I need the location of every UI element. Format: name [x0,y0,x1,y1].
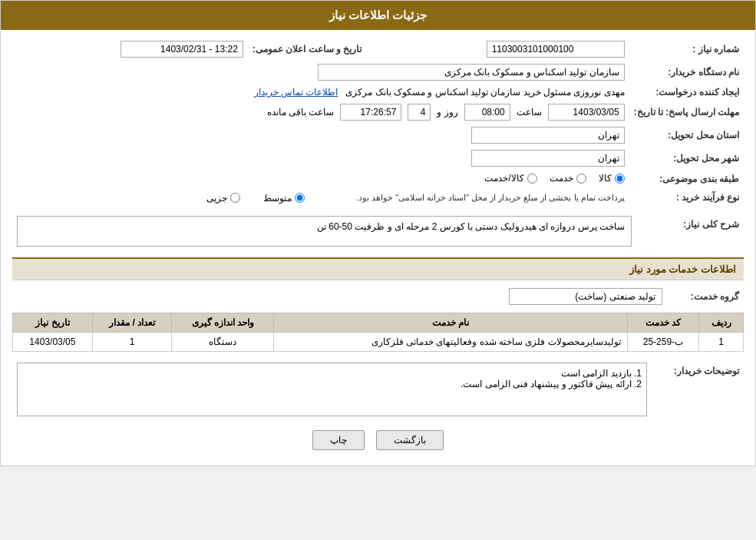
value-tozihat: 1. بازدید الزامی است 2. ارائه پیش فاکتور… [17,363,647,416]
label-ijadKonande: ایجاد کننده درخواست: [629,84,744,101]
tabaqe-radio-group: کالا خدمت کالا/خدمت [484,173,624,184]
label-namDastgah: نام دستگاه خریدار: [629,61,744,84]
row-ijadKonande: ایجاد کننده درخواست: مهدی نوروزی مسئول خ… [12,84,744,101]
value-ijadKonande: مهدی نوروزی مسئول خرید سازمان تولید اسکن… [345,87,624,98]
row-sharhKoli: شرح کلی نیاز: ساخت پرس دروازه ای هیدرولی… [12,213,744,250]
mohlatErsal-date: 1403/03/05 [548,104,625,121]
grohe-table: گروه خدمت: تولید صنعتی (ساخت) [12,285,744,308]
btn-chap[interactable]: چاپ [312,430,365,450]
radio-motevasset[interactable]: متوسط [263,193,305,204]
row-noFarayand: نوع فرآیند خرید : جزیی متوسط پرداخت تمام… [12,189,744,207]
radio-motevasset-label: متوسط [263,193,292,204]
mohlatErsal-mande-label: ساعت باقی مانده [267,107,335,118]
value-shahr: تهران [471,150,625,167]
radio-khedmat[interactable]: خدمت [550,173,586,184]
page-header: جزئیات اطلاعات نیاز [1,1,755,30]
section-khadamat: اطلاعات خدمات مورد نیاز [12,257,744,280]
link-ijadKonande[interactable]: اطلاعات تماس خریدار [254,87,338,98]
noFarayand-note: پرداخت تمام یا بخشی از مبلغ خریدار از مح… [356,193,625,203]
col-vahed: واحد اندازه گیری [172,313,274,332]
value-sharhKoli: ساخت پرس دروازه ای هیدرولیک دستی با کورس… [17,216,632,247]
label-groheKhedmat: گروه خدمت: [667,285,744,308]
label-mohlatErsal: مهلت ارسال پاسخ: تا تاریخ: [629,101,744,124]
value-tarikhSaat: 1403/02/31 - 13:22 [120,41,243,58]
noFarayand-radio-group: جزیی متوسط پرداخت تمام یا بخشی از مبلغ خ… [206,193,624,204]
value-groheKhedmat: تولید صنعتی (ساخت) [509,288,662,305]
btn-bazgasht[interactable]: بازگشت [376,430,444,450]
radio-motevasset-input[interactable] [295,193,305,203]
page-title: جزئیات اطلاعات نیاز [329,8,427,22]
cell-radif: 1 [699,332,744,351]
col-radif: ردیف [699,313,744,332]
radio-khedmat-label: خدمت [550,173,573,184]
radio-khedmat-input[interactable] [576,174,586,184]
mohlatErsal-roz-label: روز و [437,107,457,118]
mohlatErsal-saat-label: ساعت [517,107,542,118]
btn-row: بازگشت چاپ [12,430,744,450]
cell-kodKhedmat: ب-259-25 [627,332,698,351]
tozihat-table: توضیحات خریدار: 1. بازدید الزامی است 2. … [12,359,744,419]
cell-tedad: 1 [92,332,172,351]
mohlatErsal-saat: 08:00 [464,104,510,121]
radio-jozi[interactable]: جزیی [206,193,240,204]
radio-kala-input[interactable] [615,174,625,184]
row-shomareNiaz: شماره نیاز : 1103003101000100 تاریخ و سا… [12,38,744,61]
radio-jozi-input[interactable] [230,193,240,203]
row-ostan: استان محل تحویل: تهران [12,124,744,147]
cell-vahed: دستگاه [172,332,274,351]
col-tedad: تعداد / مقدار [92,313,172,332]
label-tozihat: توضیحات خریدار: [652,359,744,419]
mohlatErsal-roz: 4 [408,104,431,121]
radio-kala-khedmat[interactable]: کالا/خدمت [484,173,536,184]
content-area: شماره نیاز : 1103003101000100 تاریخ و سا… [1,30,755,465]
row-groheKhedmat: گروه خدمت: تولید صنعتی (ساخت) [12,285,744,308]
col-namKhedmat: نام خدمت [274,313,627,332]
value-shomareNiaz: 1103003101000100 [487,41,625,58]
info-table: شماره نیاز : 1103003101000100 تاریخ و سا… [12,38,744,207]
services-tbody: 1 ب-259-25 تولیدسایرمحصولات فلزی ساخته ش… [13,332,744,351]
label-tabaqe: طبقه بندی موضوعی: [629,170,744,189]
value-namDastgah: سازمان تولید اسکناس و مسکوک بانک مرکزی [318,64,625,81]
radio-kala-khedmat-label: کالا/خدمت [484,173,523,184]
radio-kala-khedmat-input[interactable] [527,174,537,184]
row-tozihat: توضیحات خریدار: 1. بازدید الزامی است 2. … [12,359,744,419]
mohlatErsal-mande: 17:26:57 [340,104,401,121]
sharh-koli-table: شرح کلی نیاز: ساخت پرس دروازه ای هیدرولی… [12,213,744,250]
cell-namKhedmat: تولیدسایرمحصولات فلزی ساخته شده وفعالیته… [274,332,627,351]
services-table: ردیف کد خدمت نام خدمت واحد اندازه گیری ت… [12,313,744,352]
label-shahr: شهر محل تحویل: [629,147,744,170]
datetime-row: 1403/03/05 ساعت 08:00 روز و 4 17:26:57 س… [17,104,625,121]
services-header-row: ردیف کد خدمت نام خدمت واحد اندازه گیری ت… [13,313,744,332]
label-shomareNiaz: شماره نیاز : [629,38,744,61]
radio-kala-label: کالا [599,173,612,184]
table-row: 1 ب-259-25 تولیدسایرمحصولات فلزی ساخته ش… [13,332,744,351]
row-tabaqe: طبقه بندی موضوعی: کالا خدمت [12,170,744,189]
radio-jozi-label: جزیی [206,193,227,204]
label-noFarayand: نوع فرآیند خرید : [629,189,744,207]
row-shahr: شهر محل تحویل: تهران [12,147,744,170]
col-kodKhedmat: کد خدمت [627,313,698,332]
cell-tarikh: 1403/03/05 [13,332,93,351]
row-namDastgah: نام دستگاه خریدار: سازمان تولید اسکناس و… [12,61,744,84]
radio-kala[interactable]: کالا [599,173,625,184]
label-sharhKoli: شرح کلی نیاز: [636,213,744,250]
label-ostan: استان محل تحویل: [629,124,744,147]
label-tarikhSaat: تاریخ و ساعت اعلان عمومی: [248,38,366,61]
row-mohlatErsal: مهلت ارسال پاسخ: تا تاریخ: 1403/03/05 سا… [12,101,744,124]
services-thead: ردیف کد خدمت نام خدمت واحد اندازه گیری ت… [13,313,744,332]
col-tarikh: تاریخ نیاز [13,313,93,332]
page-wrapper: جزئیات اطلاعات نیاز شماره نیاز : 1103003… [0,0,756,466]
value-ostan: تهران [471,127,625,144]
